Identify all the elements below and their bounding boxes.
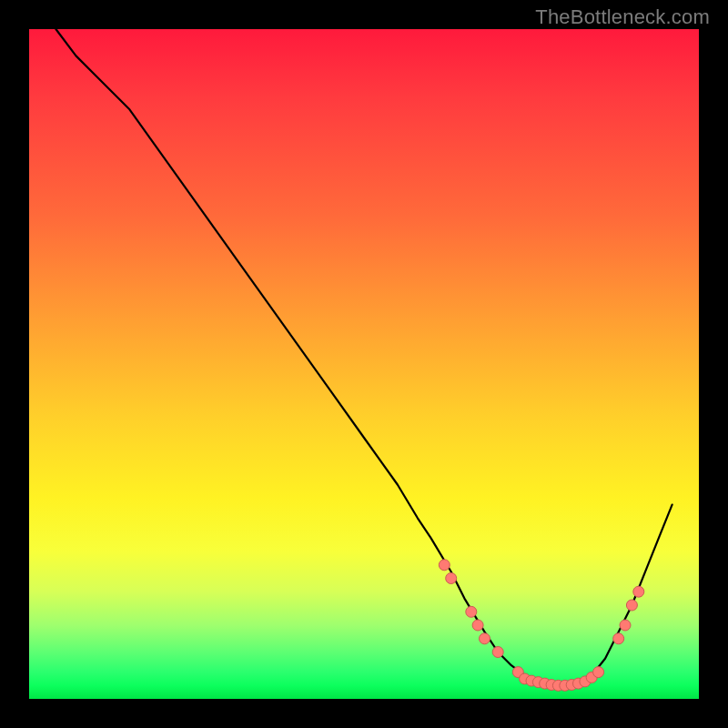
- curve-marker: [626, 600, 637, 611]
- curve-marker: [480, 633, 490, 644]
- curve-marker: [613, 633, 624, 644]
- bottleneck-curve-svg: [29, 29, 699, 699]
- curve-marker: [472, 620, 483, 631]
- curve-marker: [620, 620, 631, 631]
- curve-marker: [466, 606, 477, 617]
- chart-frame: TheBottleneck.com: [0, 0, 728, 728]
- curve-marker: [633, 586, 644, 597]
- bottleneck-curve: [56, 29, 672, 685]
- bottleneck-markers: [439, 560, 644, 692]
- curve-marker: [593, 667, 604, 678]
- watermark-text: TheBottleneck.com: [535, 5, 710, 29]
- curve-marker: [439, 560, 450, 571]
- curve-marker: [492, 647, 503, 658]
- curve-marker: [446, 573, 457, 584]
- plot-area: [29, 29, 699, 699]
